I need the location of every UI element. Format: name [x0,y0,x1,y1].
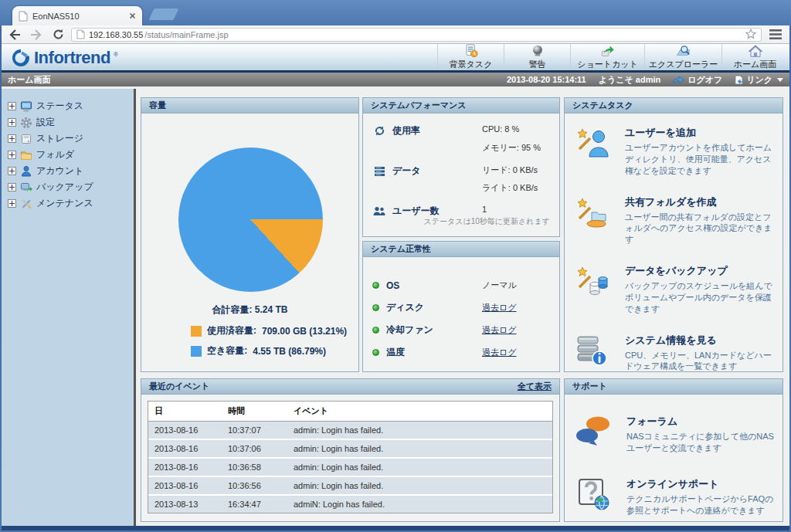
system-info-icon [575,334,610,368]
sidebar-item-status[interactable]: ステータス [8,98,134,114]
event-date: 2013-08-13 [148,496,222,513]
home-icon [747,44,764,58]
explorer-magnifier-icon [674,44,693,58]
logoff-button[interactable]: ログオフ [673,74,722,86]
event-message: admin: Login has failed. [287,477,552,494]
expand-plus-icon[interactable] [8,102,16,110]
add-user-desc: ユーザーアカウントを作成してホームディレクトリ、使用可能量、アクセス権などを設定… [625,142,775,177]
add-user-wizard-icon [575,126,610,160]
event-date: 2013-08-16 [148,440,222,457]
expand-plus-icon[interactable] [8,183,16,191]
health-row-disk: ディスク 過去ログ [372,296,550,319]
backup-data-wizard-icon [575,264,610,298]
time-column-header: 時間 [222,402,287,421]
create-shared-folder-title[interactable]: 共有フォルダを作成 [625,195,775,209]
url-host: 192.168.30.55 [89,30,143,39]
event-column-header: イベント [287,402,552,421]
explorer-button[interactable]: エクスプローラー [644,44,721,70]
logoff-icon [673,76,684,84]
online-support-item[interactable]: オンラインサポート テクニカルサポートページからFAQの参照とサポートへの連絡が… [574,477,775,517]
alerts-button[interactable]: 警告 [504,44,570,70]
event-time: 16:34:47 [222,496,287,513]
task-backup-data[interactable]: データをバックアップ バックアップのスケジュールを組んでボリュームやプール内のデ… [574,264,775,315]
event-row: 2013-08-16 10:37:06 admin: Login has fai… [148,440,552,459]
task-create-shared-folder[interactable]: 共有フォルダを作成 ユーザー間の共有フォルダの設定とフォルダへのアクセス権の設定… [574,195,775,246]
forward-button[interactable] [28,28,45,42]
temperature-label: 温度 [386,346,405,359]
bookmark-star-icon[interactable] [745,29,756,41]
forum-title[interactable]: フォーラム [626,415,775,429]
expand-plus-icon[interactable] [8,199,16,208]
sidebar-item-storage[interactable]: ストレージ [8,130,134,147]
settings-gear-icon [20,117,32,129]
system-info-title[interactable]: システム情報を見る [625,334,775,347]
task-add-user[interactable]: ユーザーを追加 ユーザーアカウントを作成してホームディレクトリ、使用可能量、アク… [574,126,775,177]
online-support-desc: テクニカルサポートページからFAQの参照とサポートへの連絡ができます [626,493,775,517]
sidebar-item-label: アカウント [36,164,83,178]
reload-button[interactable] [49,28,66,42]
sidebar-item-label: バックアップ [36,181,93,194]
event-date: 2013-08-16 [148,477,222,494]
expand-plus-icon[interactable] [8,118,16,127]
write-value: ライト: 0 KB/s [482,182,538,194]
sidebar-item-label: ステータス [36,100,83,113]
browser-tab[interactable]: EonNAS510 [12,6,142,25]
fan-history-link[interactable]: 過去ログ [482,324,517,336]
health-row-os: OS ノーマル [372,274,550,296]
temperature-history-link[interactable]: 過去ログ [482,347,517,358]
event-message: admin: Login has failed. [287,459,552,476]
address-bar[interactable]: 192.168.30.55/status/mainFrame.jsp [71,28,762,42]
performance-panel: システムパフォーマンス 使用率 CPU: 8 % メモリー: 95 % データ [362,97,560,237]
show-all-events-link[interactable]: 全て表示 [518,379,552,394]
forum-item[interactable]: フォーラム NASコミュニティに参加して他のNASユーザーと交流できます [574,415,775,454]
background-tasks-button[interactable]: 背景タスク [437,44,504,70]
used-legend-swatch [191,326,202,337]
sidebar-item-maintenance[interactable]: メンテナンス [8,195,134,212]
browser-window: EonNAS510 192.168.30.55/status/mainFrame… [0,0,791,532]
event-message: admiN: Login has failed. [287,496,552,513]
used-capacity-label: 使用済容量: [207,324,256,337]
links-label: リンク [746,74,772,86]
links-dropdown[interactable]: リンク [735,74,783,86]
browser-menu-icon[interactable] [766,28,785,42]
task-system-info[interactable]: システム情報を見る CPU、メモリー、LANカードなどハードウェア構成を一覧でき… [574,334,775,373]
expand-plus-icon[interactable] [8,151,16,159]
welcome-text: ようこそ admin [599,74,660,86]
alerts-label: 警告 [529,59,546,70]
disk-history-link[interactable]: 過去ログ [482,302,517,313]
system-tasks-panel: システムタスク ユーザーを追加 ユーザーアカウントを作成してホ [564,97,783,372]
sidebar-item-label: ストレージ [36,132,83,145]
datetime: 2013-08-20 15:14:11 [507,75,586,84]
sidebar-item-backup[interactable]: バックアップ [8,179,134,195]
tab-close-icon[interactable] [129,12,136,19]
sidebar-item-folder[interactable]: フォルダ [8,147,134,163]
backup-data-title[interactable]: データをバックアップ [625,264,775,278]
expand-plus-icon[interactable] [8,167,16,175]
forum-speech-bubbles-icon [575,415,613,447]
recent-events-panel: 最近のイベント 全て表示 日 時間 イベント 2013-08-16 10:37:… [141,378,560,522]
event-time: 10:36:56 [222,477,287,494]
performance-panel-title: システムパフォーマンス [363,98,559,114]
cpu-value: CPU: 8 % [482,124,519,134]
site-header: Infortrend ® 背景タスク [2,44,789,73]
expand-plus-icon[interactable] [8,134,16,143]
free-legend-swatch [191,346,202,357]
maintenance-tools-icon [20,198,32,210]
events-table: 日 時間 イベント 2013-08-16 10:37:07 admin: Log… [148,401,553,513]
page: Infortrend ® 背景タスク [2,44,789,530]
sidebar-item-settings[interactable]: 設定 [8,114,134,130]
logo-text: Infortrend [34,48,110,68]
online-support-title[interactable]: オンラインサポート [626,477,775,491]
shortcut-button[interactable]: ショートカット [570,44,644,70]
back-button[interactable] [6,28,23,42]
memory-value: メモリー: 95 % [482,142,541,154]
total-capacity-value: 5.24 TB [255,304,288,315]
new-tab-button[interactable] [149,8,179,20]
infortrend-logo: Infortrend ® [11,48,118,68]
event-row: 2013-08-13 16:34:47 admiN: Login has fai… [148,496,552,513]
home-screen-button[interactable]: ホーム画面 [721,44,788,70]
sidebar-item-account[interactable]: アカウント [8,163,134,179]
page-icon [76,29,85,39]
add-user-title[interactable]: ユーザーを追加 [625,126,775,140]
os-label: OS [386,280,399,291]
